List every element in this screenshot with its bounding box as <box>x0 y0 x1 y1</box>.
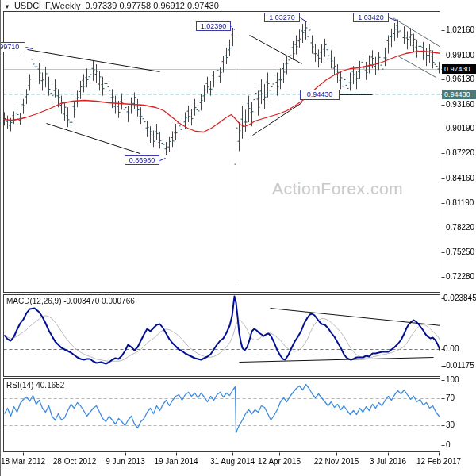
symbol-title: USDCHF,Weekly <box>14 1 81 10</box>
y-axis-label: 0.93160 <box>446 100 474 109</box>
rsi-axis-label: 70 <box>446 393 455 402</box>
y-axis-label: 1.02160 <box>446 25 474 34</box>
y-axis-label: 0.75250 <box>446 248 474 256</box>
y-axis-label: 0.84160 <box>446 174 474 182</box>
chart-window: ActionForex.com ▼USDCHF,Weekly 0.97339 0… <box>0 0 476 476</box>
price-annotation: 1.03270 <box>264 13 300 22</box>
rsi-indicator-label: RSI(14) 40.1652 <box>6 381 64 390</box>
price-annotation: 1.02390 <box>196 21 231 31</box>
price-annotation: 0.86980 <box>125 155 159 165</box>
ohlc-readout: 0.97339 0.97758 0.96912 0.97430 <box>86 1 219 10</box>
chart-canvas[interactable] <box>1 0 476 476</box>
y-axis-label: 0.99100 <box>446 51 474 60</box>
x-axis-label: 12 Feb 2017 <box>416 457 461 466</box>
x-axis-label: 19 Jan 2014 <box>154 457 198 466</box>
rsi-axis-label: 100 <box>446 375 459 384</box>
rsi-axis-label: 30 <box>446 420 455 429</box>
y-axis-label: 0.81190 <box>446 198 474 207</box>
macd-axis-label: 0.00 <box>443 344 459 353</box>
y-axis-label: 0.72280 <box>446 272 474 281</box>
x-axis-label: 28 Oct 2012 <box>53 457 96 466</box>
y-axis-label: 0.78220 <box>446 223 474 232</box>
x-axis-label: 3 Jul 2016 <box>370 457 406 466</box>
y-axis-label: 0.90190 <box>446 124 474 132</box>
x-axis-label: 9 Jun 2013 <box>106 457 145 466</box>
x-axis-label: 22 Nov 2015 <box>314 457 359 466</box>
price-annotation: 1.03420 <box>353 13 389 22</box>
macd-axis-label: -0.01175 <box>443 361 474 370</box>
y-axis-label: 0.96130 <box>446 75 474 83</box>
x-axis-label: 31 Aug 2014 <box>210 457 255 466</box>
price-annotation: 0.99710 <box>0 42 25 52</box>
price-axis-badge: 0.97430 <box>442 64 476 74</box>
x-axis-label: 18 Mar 2012 <box>1 457 45 466</box>
x-axis-label: 12 Apr 2015 <box>258 457 301 466</box>
price-axis-badge: 0.94430 <box>442 90 476 99</box>
chevron-down-icon[interactable]: ▼ <box>4 3 10 10</box>
symbol-header: ▼USDCHF,Weekly 0.97339 0.97758 0.96912 0… <box>4 1 219 10</box>
macd-axis-label: 0.023845 <box>443 294 476 302</box>
price-annotation: 0.94430 <box>300 90 340 100</box>
macd-indicator-label: MACD(12,26,9) -0.003470 0.000766 <box>6 297 135 305</box>
y-axis-label: 0.87220 <box>446 148 474 157</box>
rsi-axis-label: 0 <box>446 440 451 449</box>
